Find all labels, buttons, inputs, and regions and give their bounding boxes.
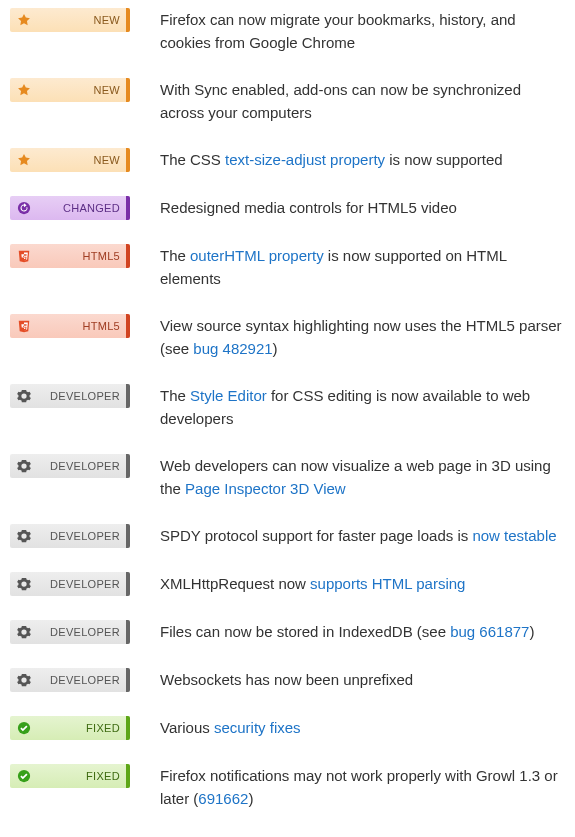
release-note-text: With Sync enabled, add-ons can now be sy… bbox=[160, 78, 565, 124]
star-icon bbox=[16, 152, 32, 168]
badge-label: NEW bbox=[36, 154, 120, 166]
badge-label: DEVELOPER bbox=[36, 530, 120, 542]
release-note-text: Firefox notifications may not work prope… bbox=[160, 764, 565, 810]
badge-label: DEVELOPER bbox=[36, 626, 120, 638]
badge-developer: DEVELOPER bbox=[10, 524, 130, 548]
gear-icon bbox=[16, 528, 32, 544]
release-note-text: The CSS text-size-adjust property is now… bbox=[160, 148, 565, 172]
badge-developer: DEVELOPER bbox=[10, 454, 130, 478]
inline-link[interactable]: 691662 bbox=[198, 790, 248, 807]
badge-changed: CHANGED bbox=[10, 196, 130, 220]
inline-link[interactable]: bug 482921 bbox=[193, 340, 272, 357]
star-icon bbox=[16, 82, 32, 98]
release-note-text: Files can now be stored in IndexedDB (se… bbox=[160, 620, 565, 644]
badge-new: NEW bbox=[10, 148, 130, 172]
badge-label: CHANGED bbox=[36, 202, 120, 214]
release-note-text: The outerHTML property is now supported … bbox=[160, 244, 565, 290]
badge-accent bbox=[126, 196, 130, 220]
badge-accent bbox=[126, 764, 130, 788]
release-note-item: HTML5View source syntax highlighting now… bbox=[10, 314, 565, 360]
badge-developer: DEVELOPER bbox=[10, 620, 130, 644]
badge-accent bbox=[126, 244, 130, 268]
text: ) bbox=[248, 790, 253, 807]
badge-accent bbox=[126, 384, 130, 408]
badge-label: DEVELOPER bbox=[36, 390, 120, 402]
release-note-item: FIXEDVarious security fixes bbox=[10, 716, 565, 740]
inline-link[interactable]: supports HTML parsing bbox=[310, 575, 465, 592]
badge-accent bbox=[126, 78, 130, 102]
badge-label: DEVELOPER bbox=[36, 460, 120, 472]
release-note-item: DEVELOPERThe Style Editor for CSS editin… bbox=[10, 384, 565, 430]
badge-accent bbox=[126, 8, 130, 32]
inline-link[interactable]: outerHTML property bbox=[190, 247, 324, 264]
release-note-item: HTML5The outerHTML property is now suppo… bbox=[10, 244, 565, 290]
check-icon bbox=[16, 720, 32, 736]
text: XMLHttpRequest now bbox=[160, 575, 310, 592]
badge-accent bbox=[126, 454, 130, 478]
badge-label: FIXED bbox=[36, 770, 120, 782]
text: Firefox can now migrate your bookmarks, … bbox=[160, 11, 516, 51]
gear-icon bbox=[16, 624, 32, 640]
badge-accent bbox=[126, 148, 130, 172]
inline-link[interactable]: text-size-adjust property bbox=[225, 151, 385, 168]
badge-accent bbox=[126, 524, 130, 548]
text: ) bbox=[273, 340, 278, 357]
text: The bbox=[160, 387, 190, 404]
text: Websockets has now been unprefixed bbox=[160, 671, 413, 688]
gear-icon bbox=[16, 458, 32, 474]
badge-developer: DEVELOPER bbox=[10, 572, 130, 596]
badge-label: DEVELOPER bbox=[36, 674, 120, 686]
badge-accent bbox=[126, 572, 130, 596]
badge-fixed: FIXED bbox=[10, 764, 130, 788]
badge-new: NEW bbox=[10, 78, 130, 102]
badge-label: HTML5 bbox=[36, 250, 120, 262]
inline-link[interactable]: security fixes bbox=[214, 719, 301, 736]
badge-accent bbox=[126, 668, 130, 692]
gear-icon bbox=[16, 672, 32, 688]
release-note-item: FIXEDFirefox notifications may not work … bbox=[10, 764, 565, 810]
text: Files can now be stored in IndexedDB (se… bbox=[160, 623, 450, 640]
inline-link[interactable]: bug 661877 bbox=[450, 623, 529, 640]
release-note-text: Web developers can now visualize a web p… bbox=[160, 454, 565, 500]
release-note-text: Redesigned media controls for HTML5 vide… bbox=[160, 196, 565, 220]
release-note-text: Websockets has now been unprefixed bbox=[160, 668, 565, 692]
inline-link[interactable]: now testable bbox=[472, 527, 556, 544]
badge-developer: DEVELOPER bbox=[10, 668, 130, 692]
release-note-item: DEVELOPERXMLHttpRequest now supports HTM… bbox=[10, 572, 565, 596]
gear-icon bbox=[16, 576, 32, 592]
badge-accent bbox=[126, 716, 130, 740]
release-note-item: DEVELOPERWeb developers can now visualiz… bbox=[10, 454, 565, 500]
text: The CSS bbox=[160, 151, 225, 168]
release-note-text: View source syntax highlighting now uses… bbox=[160, 314, 565, 360]
badge-accent bbox=[126, 620, 130, 644]
release-note-item: DEVELOPERWebsockets has now been unprefi… bbox=[10, 668, 565, 692]
gear-icon bbox=[16, 388, 32, 404]
release-note-item: DEVELOPERFiles can now be stored in Inde… bbox=[10, 620, 565, 644]
refresh-icon bbox=[16, 200, 32, 216]
badge-accent bbox=[126, 314, 130, 338]
release-notes-list: NEWFirefox can now migrate your bookmark… bbox=[10, 8, 565, 810]
text: ) bbox=[529, 623, 534, 640]
release-note-text: Firefox can now migrate your bookmarks, … bbox=[160, 8, 565, 54]
text: Various bbox=[160, 719, 214, 736]
badge-label: NEW bbox=[36, 14, 120, 26]
release-note-text: XMLHttpRequest now supports HTML parsing bbox=[160, 572, 565, 596]
release-note-text: Various security fixes bbox=[160, 716, 565, 740]
badge-developer: DEVELOPER bbox=[10, 384, 130, 408]
badge-label: NEW bbox=[36, 84, 120, 96]
inline-link[interactable]: Style Editor bbox=[190, 387, 267, 404]
text: With Sync enabled, add-ons can now be sy… bbox=[160, 81, 521, 121]
inline-link[interactable]: Page Inspector 3D View bbox=[185, 480, 346, 497]
star-icon bbox=[16, 12, 32, 28]
badge-new: NEW bbox=[10, 8, 130, 32]
text: SPDY protocol support for faster page lo… bbox=[160, 527, 472, 544]
release-note-item: NEWThe CSS text-size-adjust property is … bbox=[10, 148, 565, 172]
release-note-text: SPDY protocol support for faster page lo… bbox=[160, 524, 565, 548]
release-note-item: NEWFirefox can now migrate your bookmark… bbox=[10, 8, 565, 54]
text: The bbox=[160, 247, 190, 264]
release-note-item: DEVELOPERSPDY protocol support for faste… bbox=[10, 524, 565, 548]
badge-label: DEVELOPER bbox=[36, 578, 120, 590]
release-note-item: CHANGEDRedesigned media controls for HTM… bbox=[10, 196, 565, 220]
release-note-text: The Style Editor for CSS editing is now … bbox=[160, 384, 565, 430]
check-icon bbox=[16, 768, 32, 784]
